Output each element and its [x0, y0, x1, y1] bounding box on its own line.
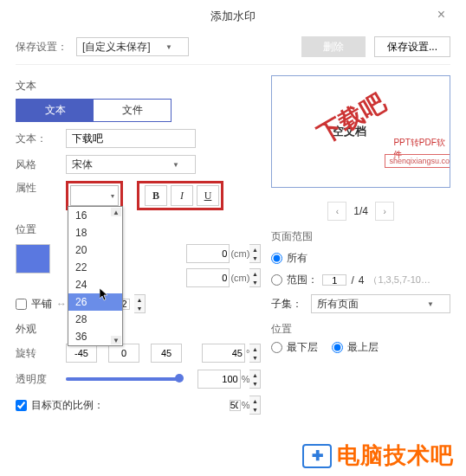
- spin-down-icon[interactable]: ▼: [134, 304, 145, 312]
- style-label: 风格: [16, 158, 57, 172]
- spin-up-icon[interactable]: ▲: [249, 245, 260, 254]
- delete-button[interactable]: 删除: [301, 36, 366, 57]
- size-option[interactable]: 24: [68, 276, 122, 293]
- spin-down-icon[interactable]: ▼: [249, 379, 260, 388]
- underline-button[interactable]: U: [197, 185, 219, 206]
- spin-up-icon[interactable]: ▲: [249, 269, 260, 278]
- chevron-down-icon: ▼: [427, 300, 434, 308]
- layer-bottom-radio[interactable]: [271, 342, 282, 353]
- scale-label: 目标页的比例：: [31, 398, 104, 413]
- footer-brand: ✚ 电脑技术吧: [302, 441, 454, 471]
- attr-label: 属性: [16, 181, 57, 196]
- unit-cm: (cm): [230, 273, 249, 283]
- bold-button[interactable]: B: [145, 185, 167, 206]
- size-select[interactable]: ▾: [70, 185, 119, 206]
- spin-down-icon[interactable]: ▼: [249, 254, 260, 262]
- page-prev-button[interactable]: ‹: [327, 202, 346, 221]
- tile-h-icon: ↔: [56, 298, 67, 310]
- size-option[interactable]: 22: [68, 259, 122, 276]
- font-select[interactable]: 宋体 ▼: [66, 155, 196, 174]
- preview-watermark: 下载吧: [313, 87, 392, 151]
- text-input[interactable]: [66, 129, 196, 148]
- size-option[interactable]: 28: [68, 311, 122, 328]
- scroll-down-icon[interactable]: ▼: [111, 336, 121, 344]
- spin-up-icon[interactable]: ▲: [249, 344, 260, 353]
- text-label: 文本：: [16, 132, 57, 146]
- subset-value: 所有页面: [317, 297, 359, 312]
- size-option[interactable]: 20: [68, 241, 122, 259]
- position-header: 位置: [16, 222, 261, 237]
- scroll-up-icon[interactable]: ▲: [111, 208, 121, 216]
- spin-up-icon[interactable]: ▲: [249, 396, 260, 405]
- rot-0-button[interactable]: 0: [108, 344, 139, 363]
- size-dropdown: 16 18 20 22 24 26 28 36 ▲ ▼: [68, 206, 123, 346]
- font-value: 宋体: [72, 158, 93, 172]
- size-option[interactable]: 18: [68, 224, 122, 241]
- subset-label: 子集：: [271, 297, 302, 312]
- offset-x-input[interactable]: [186, 244, 230, 263]
- save-settings-label: 保存设置：: [16, 40, 68, 55]
- preview-link: shenqixiangsu.com: [385, 154, 450, 168]
- page-next-button[interactable]: ›: [375, 202, 394, 221]
- rotate-label: 旋转: [16, 346, 57, 361]
- tile-label: 平铺: [31, 297, 52, 312]
- scale-checkbox[interactable]: [16, 400, 27, 411]
- page-range-header: 页面范围: [271, 229, 450, 244]
- spin-up-icon[interactable]: ▲: [134, 295, 145, 304]
- highlight-size: ▾ 16 18 20 22 24 26 28 36 ▲ ▼: [66, 181, 123, 210]
- rot-45-button[interactable]: 45: [151, 344, 182, 363]
- chevron-down-icon: ▾: [111, 192, 114, 200]
- unit-cm: (cm): [230, 248, 249, 259]
- range-all-radio[interactable]: [271, 253, 282, 264]
- range-sep: /: [351, 274, 353, 286]
- highlight-format: B I U: [137, 181, 223, 210]
- preset-select[interactable]: [自定义未保存] ▼: [76, 37, 189, 56]
- spin-up-icon[interactable]: ▲: [249, 370, 260, 379]
- layer-bottom-label: 最下层: [287, 340, 318, 355]
- tab-file[interactable]: 文件: [94, 100, 171, 121]
- rot-neg45-button[interactable]: -45: [66, 344, 97, 363]
- range-from-input[interactable]: [322, 274, 346, 286]
- range-to: 4: [359, 274, 365, 286]
- subset-select[interactable]: 所有页面 ▼: [311, 294, 450, 313]
- layer-top-label: 最上层: [347, 340, 379, 355]
- size-option-selected[interactable]: 26: [68, 293, 122, 311]
- preview-pane: 空文档 下载吧 PPT转PDF软件 shenqixiangsu.com: [271, 75, 450, 188]
- tab-text[interactable]: 文本: [16, 100, 94, 121]
- layer-header: 位置: [271, 322, 450, 337]
- page-indicator: 1/4: [353, 205, 368, 217]
- opacity-input[interactable]: [197, 370, 241, 389]
- save-settings-button[interactable]: 保存设置...: [374, 36, 450, 57]
- preset-value: [自定义未保存]: [82, 40, 151, 55]
- chevron-down-icon: ▼: [165, 43, 172, 51]
- source-tabs: 文本 文件: [16, 99, 172, 122]
- opacity-slider[interactable]: [66, 377, 180, 381]
- percent-unit: %: [242, 400, 250, 410]
- opacity-label: 透明度: [16, 372, 57, 387]
- appearance-header: 外观: [16, 322, 261, 337]
- spin-down-icon[interactable]: ▼: [249, 353, 260, 362]
- brand-icon: ✚: [302, 444, 332, 468]
- tile-checkbox[interactable]: [16, 299, 27, 310]
- chevron-down-icon: ▼: [172, 161, 179, 169]
- range-hint: （1,3,5,7-10…: [368, 273, 430, 286]
- range-all-label: 所有: [287, 251, 307, 266]
- close-icon[interactable]: ×: [437, 7, 445, 23]
- scale-input[interactable]: [230, 400, 241, 411]
- spin-down-icon[interactable]: ▼: [249, 278, 260, 286]
- range-custom-radio[interactable]: [271, 274, 282, 286]
- spin-down-icon[interactable]: ▼: [249, 405, 260, 414]
- italic-button[interactable]: I: [171, 185, 193, 206]
- dialog-title: 添加水印: [210, 10, 256, 23]
- offset-y-input[interactable]: [186, 268, 230, 287]
- text-section-header: 文本: [16, 79, 261, 93]
- range-label: 范围：: [287, 273, 318, 287]
- layer-top-radio[interactable]: [332, 342, 343, 353]
- brand-text: 电脑技术吧: [337, 441, 454, 471]
- position-grid[interactable]: [16, 244, 50, 273]
- rotate-input[interactable]: [202, 344, 245, 363]
- percent-unit: %: [242, 374, 250, 384]
